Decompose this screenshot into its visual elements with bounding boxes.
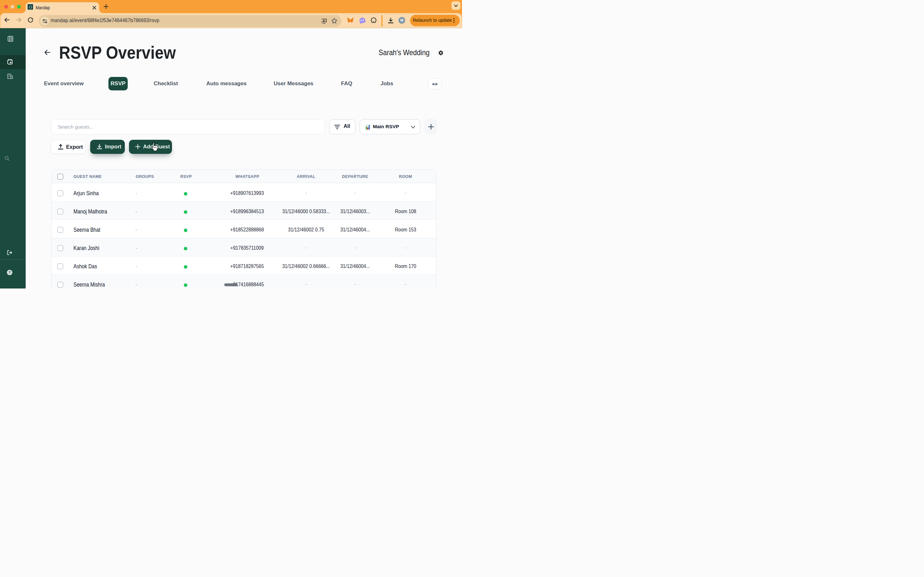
svg-text:?: ? [8,271,11,274]
